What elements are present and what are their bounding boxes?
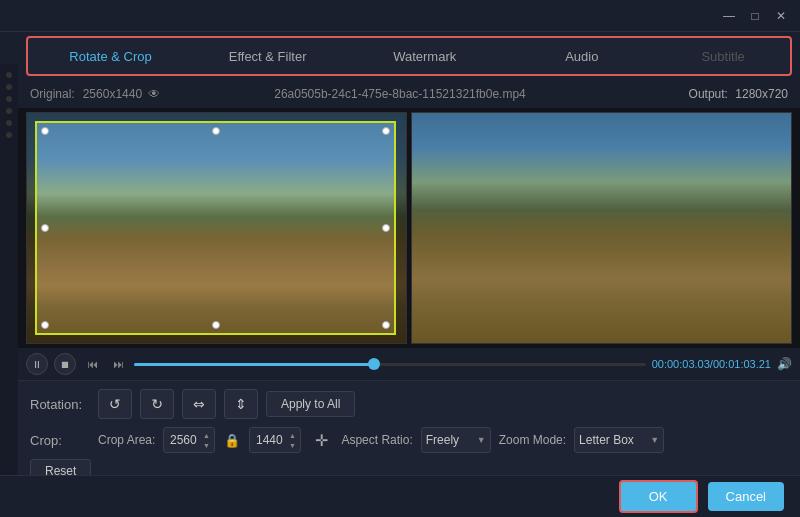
cancel-button[interactable]: Cancel <box>708 482 784 511</box>
crop-handle-tr[interactable] <box>382 127 390 135</box>
volume-icon[interactable]: 🔊 <box>777 357 792 371</box>
crop-height-input[interactable]: 1440 ▲ ▼ <box>249 427 301 453</box>
crop-handle-br[interactable] <box>382 321 390 329</box>
rotate-right-button[interactable]: ↺ <box>140 389 174 419</box>
height-spinner[interactable]: ▲ ▼ <box>286 430 298 450</box>
crop-move-icon[interactable]: ✛ <box>309 428 333 452</box>
progress-thumb <box>368 358 380 370</box>
rotation-label: Rotation: <box>30 397 90 412</box>
video-canvas-left <box>27 113 406 343</box>
tab-watermark[interactable]: Watermark <box>346 39 503 73</box>
zoom-mode-label: Zoom Mode: <box>499 433 566 447</box>
skip-forward-button[interactable]: ⏭ <box>108 354 128 374</box>
zoom-mode-select[interactable]: Letter Box ▼ <box>574 427 664 453</box>
progress-fill <box>134 363 374 366</box>
info-bar: Original: 2560x1440 👁 26a0505b-24c1-475e… <box>18 80 800 108</box>
maximize-icon: □ <box>751 9 758 23</box>
sidebar-item <box>6 72 12 78</box>
crop-border <box>35 121 396 335</box>
skip-back-button[interactable]: ⏮ <box>82 354 102 374</box>
skip-forward-icon: ⏭ <box>113 358 124 370</box>
stop-icon: ⏹ <box>60 359 70 370</box>
original-label: Original: <box>30 87 75 101</box>
zoom-mode-arrow-icon: ▼ <box>650 435 659 445</box>
rotation-row: Rotation: ↺ ↺ ⇔ ⇕ Apply to All <box>30 389 788 419</box>
rotate-left-icon: ↺ <box>109 396 121 412</box>
crop-height-value: 1440 <box>252 433 286 447</box>
width-spinner[interactable]: ▲ ▼ <box>200 430 212 450</box>
rotate-right-icon: ↺ <box>151 396 163 412</box>
original-value: 2560x1440 <box>83 87 142 101</box>
preview-area <box>18 108 800 348</box>
bottom-bar: OK Cancel <box>0 475 800 517</box>
crop-handle-bl[interactable] <box>41 321 49 329</box>
sidebar-item <box>6 132 12 138</box>
playback-bar: ⏸ ⏹ ⏮ ⏭ 00:00:03.03/00:01:03.21 🔊 <box>18 348 800 380</box>
filename: 26a0505b-24c1-475e-8bac-11521321fb0e.mp4 <box>274 87 526 101</box>
visibility-icon[interactable]: 👁 <box>148 87 160 101</box>
tab-bar: Rotate & Crop Effect & Filter Watermark … <box>26 36 792 76</box>
aspect-ratio-select[interactable]: Freely ▼ <box>421 427 491 453</box>
crop-width-value: 2560 <box>166 433 200 447</box>
crop-handle-bc[interactable] <box>212 321 220 329</box>
tab-effect-filter[interactable]: Effect & Filter <box>189 39 346 73</box>
sidebar-item <box>6 108 12 114</box>
mountain-scene-right <box>412 113 791 343</box>
crop-label: Crop: <box>30 433 90 448</box>
ok-button[interactable]: OK <box>619 480 698 513</box>
width-up-button[interactable]: ▲ <box>200 430 212 440</box>
sidebar-item <box>6 84 12 90</box>
close-icon: ✕ <box>776 9 786 23</box>
aspect-ratio-label: Aspect Ratio: <box>341 433 412 447</box>
flip-horizontal-button[interactable]: ⇔ <box>182 389 216 419</box>
rotate-left-button[interactable]: ↺ <box>98 389 132 419</box>
crop-handle-ml[interactable] <box>41 224 49 232</box>
tab-audio[interactable]: Audio <box>503 39 660 73</box>
progress-bar[interactable] <box>134 363 646 366</box>
width-down-button[interactable]: ▼ <box>200 440 212 450</box>
crop-overlay <box>27 113 406 343</box>
play-button[interactable]: ⏸ <box>26 353 48 375</box>
apply-to-all-button[interactable]: Apply to All <box>266 391 355 417</box>
flip-vertical-button[interactable]: ⇕ <box>224 389 258 419</box>
skip-back-icon: ⏮ <box>87 358 98 370</box>
time-display: 00:00:03.03/00:01:03.21 <box>652 358 771 370</box>
video-preview-right <box>411 112 792 344</box>
crop-width-input[interactable]: 2560 ▲ ▼ <box>163 427 215 453</box>
lock-aspect-icon[interactable]: 🔒 <box>223 431 241 449</box>
video-canvas-right <box>412 113 791 343</box>
crop-handle-mr[interactable] <box>382 224 390 232</box>
sidebar-strip <box>0 64 18 475</box>
aspect-ratio-arrow-icon: ▼ <box>477 435 486 445</box>
tab-rotate-crop[interactable]: Rotate & Crop <box>32 39 189 73</box>
height-down-button[interactable]: ▼ <box>286 440 298 450</box>
crop-row: Crop: Crop Area: 2560 ▲ ▼ 🔒 1440 ▲ <box>30 427 788 453</box>
crop-handle-tc[interactable] <box>212 127 220 135</box>
pause-icon: ⏸ <box>32 359 42 370</box>
title-bar: — □ ✕ <box>0 0 800 32</box>
minimize-icon: — <box>723 9 735 23</box>
minimize-button[interactable]: — <box>718 5 740 27</box>
crop-area-label: Crop Area: <box>98 433 155 447</box>
flip-h-icon: ⇔ <box>193 396 205 412</box>
maximize-button[interactable]: □ <box>744 5 766 27</box>
flip-v-icon: ⇕ <box>235 396 247 412</box>
output-info: Output: 1280x720 <box>689 87 788 101</box>
tab-subtitle[interactable]: Subtitle <box>660 39 786 73</box>
crop-handle-tl[interactable] <box>41 127 49 135</box>
sidebar-item <box>6 96 12 102</box>
video-preview-left <box>26 112 407 344</box>
sidebar-item <box>6 120 12 126</box>
close-button[interactable]: ✕ <box>770 5 792 27</box>
stop-button[interactable]: ⏹ <box>54 353 76 375</box>
height-up-button[interactable]: ▲ <box>286 430 298 440</box>
